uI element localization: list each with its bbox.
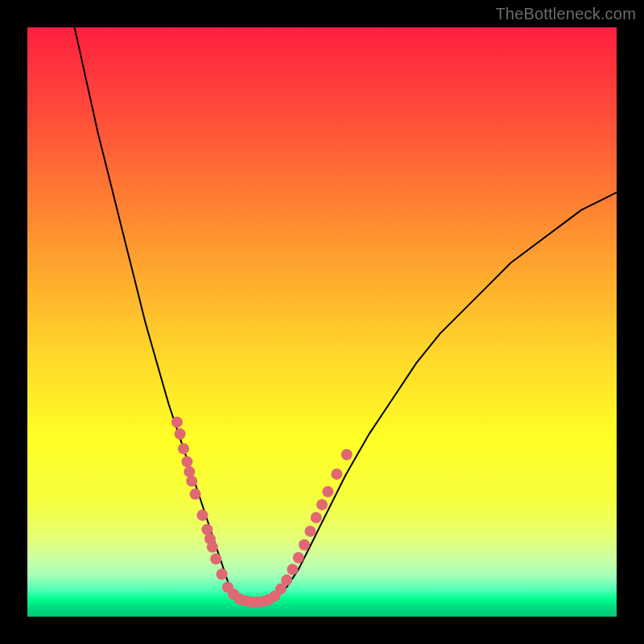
marker-dot bbox=[311, 512, 322, 523]
plot-area bbox=[27, 27, 617, 617]
marker-dot bbox=[184, 466, 195, 477]
marker-dots bbox=[171, 416, 353, 607]
marker-dot bbox=[304, 526, 316, 537]
marker-dot bbox=[322, 486, 333, 497]
marker-dot bbox=[331, 469, 342, 480]
marker-dot bbox=[171, 416, 183, 427]
marker-dot bbox=[186, 476, 197, 487]
marker-dot bbox=[341, 449, 353, 460]
marker-dot bbox=[281, 575, 292, 586]
watermark-text: TheBottleneck.com bbox=[495, 5, 636, 23]
marker-dot bbox=[196, 510, 208, 521]
marker-dot bbox=[207, 542, 218, 553]
marker-dot bbox=[210, 553, 221, 564]
marker-dot bbox=[190, 489, 201, 500]
marker-dot bbox=[293, 552, 304, 564]
marker-dot bbox=[299, 539, 310, 551]
marker-dot bbox=[287, 564, 298, 575]
marker-dot bbox=[181, 456, 192, 468]
marker-dot bbox=[178, 443, 189, 454]
chart-overlay bbox=[27, 27, 617, 617]
marker-dot bbox=[175, 428, 186, 440]
marker-dot bbox=[217, 568, 228, 580]
bottleneck-curve bbox=[75, 27, 617, 602]
outer-frame: TheBottleneck.com bbox=[0, 0, 644, 644]
marker-dot bbox=[316, 499, 328, 510]
